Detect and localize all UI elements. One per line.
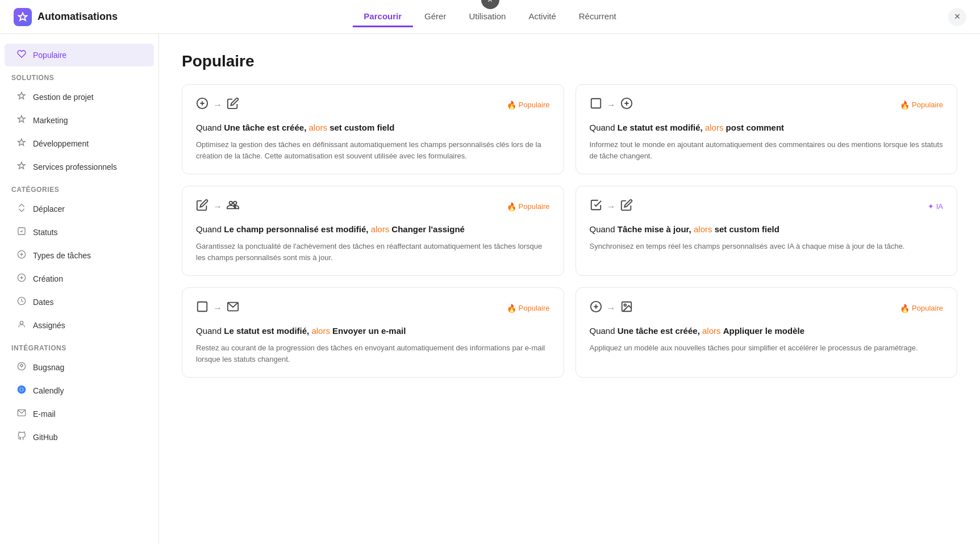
popular-badge: 🔥 Populaire xyxy=(507,202,550,211)
card-4-title: Quand Tâche mise à jour, alors set custo… xyxy=(590,223,944,235)
arrow-icon: → xyxy=(213,100,222,110)
card-2-title: Quand Le statut est modifié, alors post … xyxy=(590,122,944,133)
cards-grid: → 🔥 Populaire Quand Une tâche est créée,… xyxy=(182,84,957,378)
check-circle-icon xyxy=(590,199,602,214)
sidebar-item-creation[interactable]: Création xyxy=(5,267,154,290)
svg-point-11 xyxy=(20,388,23,391)
tab-recurrent[interactable]: Récurrent xyxy=(568,7,628,27)
svg-rect-16 xyxy=(591,99,600,108)
card-4[interactable]: → ✦ IA Quand Tâche mise à jour, alors se… xyxy=(576,186,958,276)
sidebar-item-types[interactable]: Types de tâches xyxy=(5,244,154,267)
sidebar-item-label: Marketing xyxy=(33,116,68,125)
card-5-header: → 🔥 Populaire xyxy=(196,300,550,316)
tab-gerer[interactable]: Gérer xyxy=(413,7,457,27)
flame-icon: 🔥 xyxy=(507,304,516,313)
card-4-header: → ✦ IA xyxy=(590,199,944,214)
gestion-icon xyxy=(16,91,27,103)
add-circle-icon-2 xyxy=(590,300,602,316)
sidebar-item-label: GitHub xyxy=(33,433,58,442)
sidebar-item-github[interactable]: GitHub xyxy=(5,426,154,449)
sidebar-item-label: Populaire xyxy=(33,51,66,60)
sidebar-item-calendly[interactable]: Calendly xyxy=(5,379,154,402)
card-4-desc: Synchronisez en temps réel les champs pe… xyxy=(590,241,944,252)
sidebar-item-gestion[interactable]: Gestion de projet xyxy=(5,86,154,108)
card-1-header: → 🔥 Populaire xyxy=(196,97,550,112)
edit-square-icon xyxy=(227,97,239,112)
sidebar-item-label: E-mail xyxy=(33,409,56,419)
card-6[interactable]: → 🔥 Populaire Quand Une tâche est créée,… xyxy=(576,287,958,378)
sidebar-item-label: Statuts xyxy=(33,228,58,237)
card-2-desc: Informez tout le monde en ajoutant autom… xyxy=(590,139,944,161)
tab-activite[interactable]: Activité xyxy=(517,7,567,27)
card-6-header: → 🔥 Populaire xyxy=(590,300,944,316)
card-5[interactable]: → 🔥 Populaire Quand Le statut est modifi… xyxy=(182,287,564,378)
card-5-title: Quand Le statut est modifié, alors Envoy… xyxy=(196,325,550,337)
card-2-icons: → xyxy=(590,97,633,112)
card-3-title: Quand Le champ personnalisé est modifié,… xyxy=(196,223,550,235)
sidebar-item-assignes[interactable]: Assignés xyxy=(5,314,154,337)
person-add-icon xyxy=(227,199,239,214)
flame-icon: 🔥 xyxy=(900,101,910,110)
card-6-icons: → xyxy=(590,300,633,316)
dev-icon xyxy=(16,138,27,149)
svg-rect-20 xyxy=(198,302,207,312)
card-3[interactable]: → 🔥 Populaire Quand Le champ personnalis… xyxy=(182,186,564,276)
sidebar-item-email[interactable]: E-mail xyxy=(5,403,154,425)
heart-icon xyxy=(16,49,27,61)
status-square-icon xyxy=(590,97,602,112)
sidebar-item-services[interactable]: Services professionnels xyxy=(5,156,154,178)
card-6-desc: Appliquez un modèle aux nouvelles tâches… xyxy=(590,342,944,354)
sidebar-item-statuts[interactable]: Statuts xyxy=(5,221,154,244)
app-title: Automatisations xyxy=(37,11,118,23)
ai-icon: ✦ xyxy=(928,202,934,211)
tab-utilisation[interactable]: Utilisation xyxy=(457,7,517,27)
card-3-desc: Garantissez la ponctualité de l'achèveme… xyxy=(196,241,550,263)
app-logo-icon xyxy=(14,8,32,26)
creation-icon xyxy=(16,273,27,284)
card-2-header: → 🔥 Populaire xyxy=(590,97,944,112)
services-icon xyxy=(16,161,27,173)
tab-parcourir[interactable]: Parcourir xyxy=(352,7,413,27)
arrow-icon: → xyxy=(607,303,616,313)
card-5-desc: Restez au courant de la progression des … xyxy=(196,342,550,365)
email-send-icon xyxy=(227,300,239,316)
bugsnag-icon xyxy=(16,362,27,373)
sidebar-item-bugsnag[interactable]: Bugsnag xyxy=(5,356,154,379)
ai-badge: ✦ IA xyxy=(928,202,943,211)
sidebar-item-label: Bugsnag xyxy=(33,363,64,372)
sidebar-item-label: Création xyxy=(33,274,63,283)
sidebar-item-label: Déplacer xyxy=(33,204,65,214)
app-logo: Automatisations xyxy=(14,8,118,26)
main-layout: Populaire Solutions Gestion de projet Ma… xyxy=(0,34,980,544)
statuts-icon xyxy=(16,227,27,238)
arrow-icon: → xyxy=(213,303,222,313)
github-icon xyxy=(16,432,27,443)
marketing-icon xyxy=(16,115,27,126)
sidebar-item-dates[interactable]: Dates xyxy=(5,291,154,313)
add-circle-outline-icon xyxy=(620,97,633,112)
arrow-icon: → xyxy=(607,100,616,110)
arrow-icon: → xyxy=(607,202,616,212)
sidebar-item-deplacer[interactable]: Déplacer xyxy=(5,198,154,220)
sidebar-item-populaire[interactable]: Populaire xyxy=(5,44,154,66)
email-icon xyxy=(16,408,27,420)
top-bar: × Automatisations Parcourir Gérer Utilis… xyxy=(0,0,980,34)
flame-icon: 🔥 xyxy=(507,101,516,110)
sidebar-item-marketing[interactable]: Marketing xyxy=(5,109,154,132)
card-1[interactable]: → 🔥 Populaire Quand Une tâche est créée,… xyxy=(182,84,564,174)
calendly-icon xyxy=(16,385,27,396)
sidebar-item-developpement[interactable]: Développement xyxy=(5,132,154,155)
flame-icon: 🔥 xyxy=(507,202,516,211)
sidebar-item-label: Assignés xyxy=(33,321,65,330)
svg-point-26 xyxy=(624,304,626,306)
template-icon xyxy=(620,300,633,316)
svg-point-8 xyxy=(20,321,23,324)
dates-icon xyxy=(16,296,27,308)
sidebar-item-label: Dates xyxy=(33,298,54,307)
card-3-icons: → xyxy=(196,199,239,214)
close-button[interactable]: × xyxy=(948,8,966,26)
card-2[interactable]: → 🔥 Populaire Quand Le statut est modifi… xyxy=(576,84,958,174)
sidebar-item-label: Calendly xyxy=(33,386,64,395)
section-title: Populaire xyxy=(182,52,957,70)
sidebar-item-label: Gestion de projet xyxy=(33,93,94,102)
